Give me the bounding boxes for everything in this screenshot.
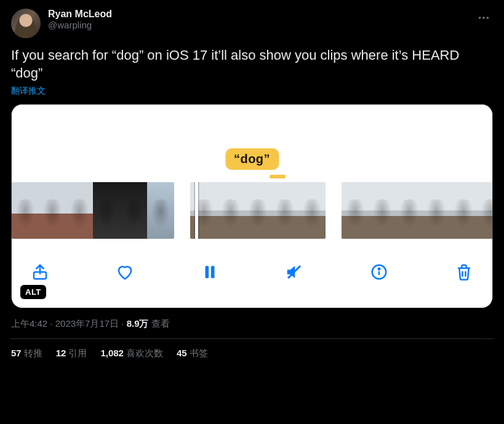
tweet-text: If you search for “dog” on iOS 17 it’ll … [11, 47, 493, 82]
svg-rect-4 [205, 266, 209, 278]
more-icon[interactable] [474, 9, 493, 30]
retweets-stat[interactable]: 57转推 [11, 348, 42, 359]
clip-3[interactable] [342, 182, 492, 239]
views-label: 查看 [149, 318, 170, 329]
views-count: 8.9万 [127, 318, 149, 329]
thumbnail [450, 182, 477, 239]
likes-stat[interactable]: 1,082喜欢次数 [100, 348, 163, 359]
thumbnail [477, 182, 492, 239]
thumbnail [66, 182, 93, 239]
thumbnail [342, 182, 369, 239]
share-icon[interactable] [29, 261, 51, 283]
handle: @warpling [48, 20, 467, 30]
alt-badge[interactable]: ALT [20, 285, 46, 299]
thumbnail [190, 182, 217, 239]
tweet: Ryan McLeod @warpling If you search for … [0, 0, 504, 364]
date[interactable]: 2023年7月17日 [55, 318, 119, 329]
tweet-stats: 57转推 12引用 1,082喜欢次数 45书签 [11, 339, 493, 359]
thumbnail [271, 182, 298, 239]
author-names[interactable]: Ryan McLeod @warpling [48, 9, 467, 30]
mute-icon[interactable] [283, 261, 305, 283]
heart-icon[interactable] [114, 261, 136, 283]
quotes-stat[interactable]: 12引用 [56, 348, 87, 359]
thumbnail [396, 182, 423, 239]
svg-rect-5 [210, 266, 214, 278]
tweet-header: Ryan McLeod @warpling [11, 9, 493, 38]
bookmarks-stat[interactable]: 45书签 [177, 348, 208, 359]
pause-icon[interactable] [199, 261, 221, 283]
avatar[interactable] [11, 9, 41, 38]
clip-1[interactable] [12, 182, 174, 239]
thumbnail [93, 182, 120, 239]
time[interactable]: 上午4:42 [11, 318, 47, 329]
thumbnail [39, 182, 66, 239]
timeline-strip[interactable] [12, 182, 492, 239]
display-name: Ryan McLeod [48, 9, 467, 20]
svg-point-1 [482, 17, 485, 19]
thumbnail [147, 182, 174, 239]
info-icon[interactable] [368, 261, 390, 283]
trash-icon[interactable] [453, 261, 475, 283]
media-toolbar [12, 254, 492, 290]
playhead-marker [270, 175, 286, 178]
thumbnail [217, 182, 244, 239]
thumbnail [369, 182, 396, 239]
svg-point-9 [378, 268, 380, 270]
search-tag: “dog” [225, 148, 279, 170]
translate-link[interactable]: 翻译推文 [11, 86, 493, 97]
media-card[interactable]: “dog” [11, 104, 493, 308]
thumbnail [120, 182, 147, 239]
thumbnail [298, 182, 326, 239]
svg-point-2 [487, 17, 489, 19]
tweet-meta: 上午4:42 · 2023年7月17日 · 8.9万 查看 [11, 318, 493, 339]
thumbnail [12, 182, 39, 239]
thumbnail [423, 182, 450, 239]
media-top: “dog” [12, 105, 492, 166]
thumbnail [244, 182, 271, 239]
svg-point-0 [479, 17, 481, 19]
clip-2[interactable] [190, 182, 326, 239]
